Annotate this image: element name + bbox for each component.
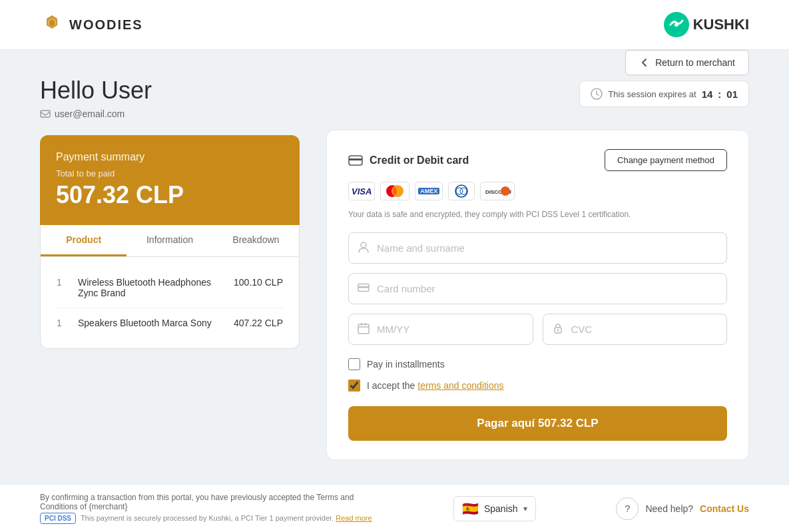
- lock-icon: [552, 322, 564, 337]
- pay-button[interactable]: Pagar aquí 507.32 CLP: [348, 406, 727, 441]
- merchant-name: WOODIES: [69, 17, 143, 33]
- kushki-logo-icon: [664, 12, 689, 37]
- payment-summary-card: Payment summary Total to be paid 507.32 …: [40, 135, 300, 225]
- change-payment-method-button[interactable]: Change payment method: [605, 149, 727, 171]
- session-timer: This session expires at 14 : 01: [579, 81, 749, 107]
- svg-point-14: [460, 188, 467, 194]
- clock-icon: [591, 88, 603, 100]
- tab-product[interactable]: Product: [41, 225, 127, 256]
- visa-text: VISA: [352, 186, 372, 196]
- svg-point-5: [674, 23, 678, 27]
- mastercard-logo: [380, 182, 409, 200]
- payment-amount: 507.32 CLP: [56, 181, 284, 209]
- pci-badge: PCI DSS: [40, 513, 76, 524]
- svg-rect-23: [365, 323, 366, 326]
- svg-point-17: [501, 186, 510, 196]
- terms-row: I accept the terms and conditions: [348, 380, 727, 392]
- cvc-input-group: [543, 314, 728, 345]
- svg-point-12: [455, 185, 467, 197]
- credit-card-icon: [348, 153, 363, 168]
- security-note: Your data is safe and encrypted, they co…: [348, 210, 727, 219]
- discover-icon: DISCOVER: [483, 184, 511, 198]
- product-name-2: Speakers Bluetooth Marca Sony: [78, 318, 223, 328]
- chevron-down-icon: ▾: [523, 504, 527, 513]
- payment-method-title: Credit or Debit card: [348, 153, 469, 168]
- name-input[interactable]: [348, 232, 727, 264]
- amex-logo: AMEX: [415, 182, 443, 200]
- session-separator: :: [718, 89, 721, 100]
- payment-summary-title: Payment summary: [56, 151, 284, 163]
- installments-row: Pay in installments: [348, 358, 727, 370]
- card-icon: [358, 282, 370, 296]
- person-icon: [358, 241, 370, 256]
- mastercard-icon: [384, 184, 406, 198]
- cvc-input[interactable]: [543, 314, 728, 345]
- email-icon: [40, 109, 51, 119]
- language-selector[interactable]: 🇪🇸 Spanish ▾: [453, 496, 536, 521]
- tab-information[interactable]: Information: [127, 225, 212, 256]
- return-to-merchant-button[interactable]: Return to merchant: [625, 50, 749, 75]
- product-name-1: Wireless Bluetooth Headphones Zync Brand: [78, 277, 223, 298]
- product-price-1: 100.10 CLP: [234, 277, 283, 288]
- card-number-input[interactable]: [348, 273, 727, 304]
- woodies-logo-icon: [40, 13, 64, 37]
- top-right-actions: Return to merchant This session expires …: [579, 50, 749, 107]
- payment-method-label: Credit or Debit card: [370, 154, 469, 166]
- svg-rect-20: [358, 286, 369, 288]
- greeting-title: Hello User: [40, 77, 300, 105]
- table-row: 1 Speakers Bluetooth Marca Sony 407.22 C…: [57, 308, 283, 338]
- total-to-be-paid-label: Total to be paid: [56, 168, 284, 178]
- calendar-icon: [358, 322, 370, 337]
- contact-us-link[interactable]: Contact Us: [700, 503, 749, 514]
- svg-rect-9: [349, 158, 362, 160]
- payment-method-header: Credit or Debit card Change payment meth…: [348, 149, 727, 171]
- product-qty-2: 1: [57, 318, 67, 328]
- kushki-logo: KUSHKI: [664, 12, 749, 37]
- terms-label[interactable]: I accept the terms and conditions: [367, 380, 503, 391]
- diners-logo: [448, 182, 475, 200]
- expiry-input[interactable]: [348, 314, 533, 345]
- language-selector-container: 🇪🇸 Spanish ▾: [453, 496, 536, 521]
- product-tabs-container: Product Information Breakdown 1 Wireless…: [40, 225, 300, 349]
- svg-point-25: [557, 329, 559, 331]
- amex-text: AMEX: [418, 188, 439, 194]
- name-input-group: [348, 232, 727, 264]
- terms-checkbox[interactable]: [348, 380, 360, 392]
- arrow-left-icon: [639, 57, 650, 68]
- svg-point-13: [456, 188, 463, 194]
- installments-checkbox[interactable]: [348, 358, 360, 370]
- card-number-input-group: [348, 273, 727, 304]
- help-icon[interactable]: ?: [616, 497, 639, 520]
- main-content: Hello User user@email.com Payment summar…: [0, 50, 789, 480]
- footer: By confirming a transaction from this po…: [0, 484, 789, 532]
- return-button-label: Return to merchant: [655, 57, 735, 68]
- date-cvc-row: [348, 314, 727, 345]
- table-row: 1 Wireless Bluetooth Headphones Zync Bra…: [57, 268, 283, 308]
- product-price-2: 407.22 CLP: [234, 318, 283, 328]
- payment-form-panel: Credit or Debit card Change payment meth…: [326, 130, 749, 460]
- user-email-row: user@email.com: [40, 109, 300, 119]
- merchant-logo: WOODIES: [40, 13, 143, 37]
- svg-rect-6: [41, 111, 50, 117]
- tab-breakdown[interactable]: Breakdown: [213, 225, 299, 256]
- read-more-link[interactable]: Read more: [336, 514, 372, 522]
- pci-text: This payment is securely processed by Ku…: [81, 514, 334, 522]
- header: WOODIES KUSHKI: [0, 0, 789, 50]
- need-help-text: Need help?: [645, 503, 693, 514]
- left-panel: Hello User user@email.com Payment summar…: [40, 77, 300, 460]
- language-label: Spanish: [484, 503, 518, 514]
- terms-link[interactable]: terms and conditions: [417, 380, 503, 391]
- visa-logo: VISA: [348, 182, 375, 200]
- product-list: 1 Wireless Bluetooth Headphones Zync Bra…: [41, 257, 299, 348]
- footer-disclaimer: By confirming a transaction from this po…: [40, 493, 373, 524]
- card-brands-row: VISA AMEX: [348, 182, 727, 200]
- svg-rect-22: [361, 323, 362, 326]
- diners-icon: [451, 184, 471, 198]
- tabs-row: Product Information Breakdown: [41, 225, 299, 257]
- footer-help: ? Need help? Contact Us: [616, 497, 749, 520]
- session-seconds: 01: [726, 89, 738, 100]
- user-greeting: Hello User user@email.com: [40, 77, 300, 119]
- installments-label[interactable]: Pay in installments: [367, 359, 445, 370]
- svg-rect-21: [358, 324, 369, 334]
- product-qty-1: 1: [57, 277, 67, 288]
